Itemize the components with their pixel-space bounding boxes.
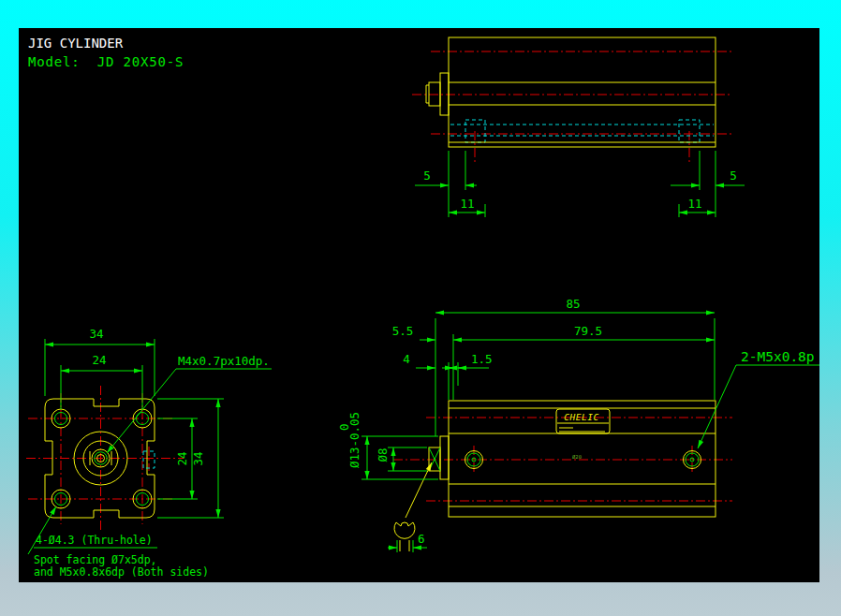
dim-left-5: 5 bbox=[423, 169, 431, 183]
dim-height-outer: 34 bbox=[191, 451, 205, 465]
dim-wrench: 6 bbox=[418, 532, 425, 546]
dim-rod-flat: Ø8 bbox=[376, 447, 390, 462]
dim-flange: 4 bbox=[403, 352, 410, 366]
side-view-centerlines bbox=[393, 418, 732, 501]
note-spot-facing-2: and M5x0.8x6dp (Both sides) bbox=[34, 565, 209, 579]
side-view-dimensions: 85 79.5 5.5 4 1.5 Ø13-0.05 0 Ø8 bbox=[337, 297, 819, 552]
top-view-dimensions: 5 11 11 5 bbox=[415, 151, 745, 217]
front-view-dimensions: 34 24 24 34 M4x0.7px10dp. 4-Ø4.3 (Thru-h… bbox=[28, 327, 272, 579]
dim-left-11: 11 bbox=[460, 197, 474, 211]
label-center-thread: M4x0.7px10dp. bbox=[178, 354, 270, 368]
top-view-centerlines bbox=[412, 51, 732, 165]
dim-gap: 1.5 bbox=[471, 352, 493, 366]
front-view: 34 24 24 34 M4x0.7px10dp. 4-Ø4.3 (Thru-h… bbox=[26, 327, 272, 579]
dim-right-5: 5 bbox=[730, 169, 737, 183]
note-spot-facing-1: Spot facing Ø7x5dp, bbox=[34, 553, 157, 566]
dim-width-outer: 34 bbox=[89, 327, 103, 341]
dim-right-11: 11 bbox=[687, 197, 701, 211]
dim-overall: 85 bbox=[566, 297, 580, 311]
title-block: JIG CYLINDER Model: JD 20X50-S bbox=[28, 36, 184, 69]
desktop-background: { "window": { "title": "JIG CYLINDER", "… bbox=[0, 0, 841, 616]
dim-rod-ext: 5.5 bbox=[392, 324, 414, 338]
dim-width-holes: 24 bbox=[92, 353, 106, 367]
side-view: CHELIC Ø20 85 79.5 5.5 4 bbox=[337, 297, 819, 552]
dim-rod-dia: Ø13-0.05 bbox=[347, 412, 361, 468]
dim-rod-dia-upper-tol: 0 bbox=[337, 423, 351, 431]
drawing-canvas[interactable]: JIG CYLINDER Model: JD 20X50-S bbox=[19, 28, 819, 582]
cad-drawing: JIG CYLINDER Model: JD 20X50-S bbox=[19, 28, 819, 582]
wrench-symbol bbox=[394, 462, 432, 551]
model-label: Model: JD 20X50-S bbox=[28, 54, 184, 69]
dim-body: 79.5 bbox=[574, 324, 602, 338]
top-view-hidden-lines bbox=[450, 120, 714, 142]
brand-label-plate: CHELIC bbox=[556, 409, 610, 433]
bore-mark: Ø20 bbox=[572, 454, 582, 460]
label-thru-hole: 4-Ø4.3 (Thru-hole) bbox=[36, 534, 153, 547]
top-side-view: 5 11 11 5 bbox=[412, 37, 745, 217]
page-title: JIG CYLINDER bbox=[28, 36, 124, 51]
dim-height-holes: 24 bbox=[175, 451, 189, 465]
label-ports: 2-M5x0.8p bbox=[741, 349, 815, 364]
brand-name: CHELIC bbox=[564, 412, 598, 422]
top-view-body-outline bbox=[426, 37, 716, 147]
